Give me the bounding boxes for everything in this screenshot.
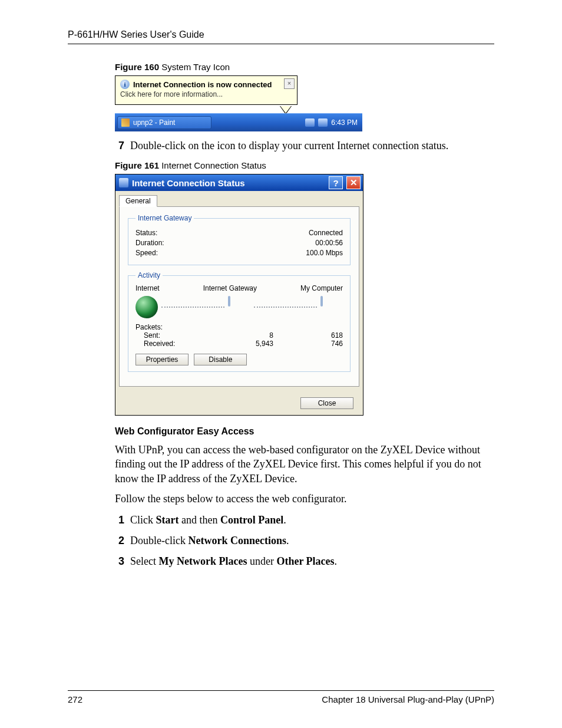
status-value: Connected bbox=[309, 229, 343, 237]
step-7: 7 Double-click on the icon to display yo… bbox=[115, 140, 494, 152]
connection-status-dialog: Internet Connection Status ? ✕ General I… bbox=[115, 174, 363, 416]
figure-160-caption: Figure 160 System Tray Icon bbox=[115, 62, 494, 72]
tab-general[interactable]: General bbox=[119, 195, 157, 207]
globe-icon bbox=[135, 296, 158, 318]
footer-rule bbox=[68, 690, 494, 691]
figure-161-title: Internet Connection Status bbox=[159, 160, 266, 170]
group-activity: Activity Internet Internet Gateway My Co… bbox=[128, 271, 351, 372]
status-label: Status: bbox=[135, 229, 157, 237]
group-activity-legend: Activity bbox=[135, 271, 163, 279]
speed-label: Speed: bbox=[135, 249, 158, 257]
section-heading: Web Configurator Easy Access bbox=[115, 426, 494, 437]
paragraph-1: With UPnP, you can access the web-based … bbox=[115, 443, 494, 486]
gateway-pc-icon bbox=[228, 297, 250, 317]
duration-label: Duration: bbox=[135, 239, 164, 247]
running-header: P-661H/HW Series User's Guide bbox=[68, 29, 494, 40]
chapter-label: Chapter 18 Universal Plug-and-Play (UPnP… bbox=[322, 694, 494, 704]
col-mycomputer: My Computer bbox=[300, 284, 343, 292]
received-label: Received: bbox=[135, 340, 209, 348]
figure-161-number: Figure 161 bbox=[115, 160, 159, 170]
sent-gateway-value: 8 bbox=[209, 331, 273, 340]
figure-160: × i Internet Connection is now connected… bbox=[115, 75, 362, 131]
sent-label: Sent: bbox=[135, 331, 209, 340]
disable-button[interactable]: Disable bbox=[194, 354, 247, 365]
step-3: 3 Select My Network Places under Other P… bbox=[115, 555, 494, 568]
close-button[interactable]: ✕ bbox=[346, 176, 361, 189]
system-tray: 6:43 PM bbox=[305, 118, 362, 127]
page-footer: 272 Chapter 18 Universal Plug-and-Play (… bbox=[68, 686, 494, 704]
figure-161-caption: Figure 161 Internet Connection Status bbox=[115, 160, 494, 170]
activity-line-left bbox=[161, 307, 224, 308]
balloon-subtext: Click here for more information... bbox=[120, 90, 292, 98]
figure-160-title: System Tray Icon bbox=[159, 62, 230, 72]
activity-line-right bbox=[254, 307, 317, 308]
received-gateway-value: 5,943 bbox=[209, 340, 273, 348]
network-icon bbox=[119, 178, 128, 187]
step-2: 2 Double-click Network Connections. bbox=[115, 535, 494, 547]
tray-balloon[interactable]: × i Internet Connection is now connected… bbox=[115, 75, 297, 105]
paragraph-2: Follow the steps below to access the web… bbox=[115, 492, 494, 506]
taskbar-app-button[interactable]: upnp2 - Paint bbox=[117, 116, 211, 129]
step-number: 2 bbox=[115, 535, 124, 547]
properties-button[interactable]: Properties bbox=[135, 354, 189, 365]
step-text: Double-click Network Connections. bbox=[130, 535, 289, 547]
figure-160-number: Figure 160 bbox=[115, 62, 159, 72]
sent-pc-value: 618 bbox=[273, 331, 343, 340]
balloon-title: Internet Connection is now connected bbox=[133, 80, 272, 89]
page-number: 272 bbox=[68, 694, 82, 704]
step-text: Click Start and then Control Panel. bbox=[130, 514, 286, 526]
paint-icon bbox=[121, 118, 130, 127]
help-button[interactable]: ? bbox=[329, 176, 343, 189]
taskbar: upnp2 - Paint 6:43 PM bbox=[115, 113, 362, 131]
header-rule bbox=[68, 44, 494, 44]
duration-value: 00:00:56 bbox=[315, 239, 343, 247]
received-pc-value: 746 bbox=[273, 340, 343, 348]
dialog-close-button[interactable]: Close bbox=[300, 397, 353, 409]
step-number: 3 bbox=[115, 555, 124, 568]
mycomputer-pc-icon bbox=[320, 297, 343, 317]
step-1: 1 Click Start and then Control Panel. bbox=[115, 514, 494, 526]
step-number: 1 bbox=[115, 514, 124, 526]
tray-network-icon[interactable] bbox=[305, 118, 315, 127]
step-text: Select My Network Places under Other Pla… bbox=[130, 555, 337, 568]
tab-panel-general: Internet Gateway Status: Connected Durat… bbox=[119, 206, 359, 387]
step-text: Double-click on the icon to display your… bbox=[130, 140, 448, 152]
col-gateway: Internet Gateway bbox=[203, 284, 257, 292]
packets-label: Packets: bbox=[135, 323, 200, 331]
group-internet-gateway-legend: Internet Gateway bbox=[135, 214, 194, 222]
col-internet: Internet bbox=[135, 284, 160, 292]
dialog-titlebar: Internet Connection Status ? ✕ bbox=[115, 174, 363, 191]
step-number: 7 bbox=[115, 140, 124, 152]
group-internet-gateway: Internet Gateway Status: Connected Durat… bbox=[128, 214, 351, 265]
info-icon: i bbox=[120, 80, 130, 89]
taskbar-app-label: upnp2 - Paint bbox=[133, 118, 175, 127]
tray-clock: 6:43 PM bbox=[331, 118, 358, 127]
speed-value: 100.0 Mbps bbox=[306, 249, 343, 257]
tray-network-icon-2[interactable] bbox=[318, 118, 328, 127]
dialog-title: Internet Connection Status bbox=[132, 178, 245, 188]
balloon-close-button[interactable]: × bbox=[284, 78, 295, 89]
